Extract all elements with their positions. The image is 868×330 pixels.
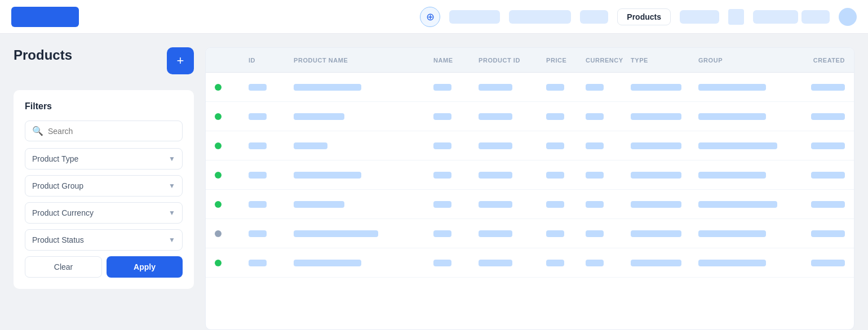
status-dot-green	[215, 113, 222, 120]
col-product-name: PRODUCT NAME	[294, 57, 433, 64]
currency-skeleton	[586, 84, 604, 91]
product-name-skeleton	[294, 84, 361, 91]
type-skeleton	[631, 201, 681, 208]
name-skeleton	[433, 142, 451, 149]
filter-buttons: Clear Apply	[25, 256, 183, 278]
created-skeleton	[811, 84, 845, 91]
table-row[interactable]	[206, 248, 854, 278]
status-dot-green	[215, 260, 222, 266]
add-product-button[interactable]: +	[167, 47, 194, 74]
col-currency: CURRENCY	[586, 57, 631, 64]
col-price: PRICE	[546, 57, 586, 64]
price-skeleton	[546, 172, 564, 179]
product-currency-dropdown[interactable]: Product Currency ▼	[25, 202, 183, 224]
product-id-skeleton	[479, 201, 512, 208]
top-navigation: ⊕ Products	[0, 0, 868, 34]
price-skeleton	[546, 84, 564, 91]
col-created: CREATED	[777, 57, 845, 64]
nav-logo[interactable]	[11, 7, 79, 27]
id-skeleton	[249, 260, 267, 266]
chevron-down-icon: ▼	[169, 182, 175, 190]
product-name-skeleton	[294, 142, 327, 149]
product-type-dropdown[interactable]: Product Type ▼	[25, 148, 183, 170]
type-skeleton	[631, 230, 681, 237]
name-skeleton	[433, 84, 451, 91]
type-skeleton	[631, 260, 681, 266]
price-skeleton	[546, 260, 564, 266]
clear-button[interactable]: Clear	[25, 256, 102, 278]
name-skeleton	[433, 172, 451, 179]
status-dot-green	[215, 142, 222, 149]
product-status-dropdown[interactable]: Product Status ▼	[25, 229, 183, 251]
table-row[interactable]	[206, 73, 854, 102]
apply-button[interactable]: Apply	[107, 256, 183, 278]
nav-avatar[interactable]	[839, 8, 857, 26]
currency-skeleton	[586, 201, 604, 208]
price-skeleton	[546, 142, 564, 149]
nav-group-pill-1[interactable]	[753, 10, 798, 24]
chevron-down-icon: ▼	[169, 236, 175, 244]
product-type-label: Product Type	[32, 154, 78, 163]
product-name-skeleton	[294, 113, 344, 120]
nav-icon-square[interactable]	[728, 9, 744, 25]
table-row[interactable]	[206, 131, 854, 160]
search-input[interactable]	[48, 127, 175, 136]
created-skeleton	[811, 142, 845, 149]
currency-skeleton	[586, 260, 604, 266]
created-skeleton	[811, 260, 845, 266]
id-skeleton	[249, 84, 267, 91]
product-status-label: Product Status	[32, 235, 84, 244]
id-skeleton	[249, 201, 267, 208]
nav-item-3[interactable]	[580, 10, 608, 24]
col-name: NAME	[433, 57, 479, 64]
nav-item-2[interactable]	[509, 10, 571, 24]
status-dot-green	[215, 201, 222, 208]
page-header: Products +	[14, 47, 194, 77]
id-skeleton	[249, 113, 267, 120]
table-row[interactable]	[206, 190, 854, 219]
nav-add-button[interactable]: ⊕	[420, 7, 440, 27]
chevron-down-icon: ▼	[169, 209, 175, 217]
nav-item-1[interactable]	[449, 10, 500, 24]
product-id-skeleton	[479, 142, 512, 149]
currency-skeleton	[586, 142, 604, 149]
type-skeleton	[631, 172, 681, 179]
group-skeleton	[698, 201, 777, 208]
nav-active-tab[interactable]: Products	[617, 8, 671, 25]
nav-item-4[interactable]	[680, 10, 719, 24]
filters-title: Filters	[25, 101, 183, 112]
name-skeleton	[433, 230, 451, 237]
product-id-skeleton	[479, 113, 512, 120]
col-product-id: PRODUCT ID	[479, 57, 546, 64]
price-skeleton	[546, 201, 564, 208]
status-dot-gray	[215, 230, 222, 237]
sidebar: Products + Filters 🔍 Product Type ▼ Prod…	[14, 47, 194, 330]
currency-skeleton	[586, 172, 604, 179]
type-skeleton	[631, 142, 681, 149]
product-id-skeleton	[479, 172, 512, 179]
table-row[interactable]	[206, 219, 854, 248]
table-row[interactable]	[206, 102, 854, 131]
group-skeleton	[698, 84, 766, 91]
type-skeleton	[631, 84, 681, 91]
group-skeleton	[698, 113, 766, 120]
created-skeleton	[811, 113, 845, 120]
nav-group-pill-2[interactable]	[801, 10, 830, 24]
group-skeleton	[698, 172, 766, 179]
product-name-skeleton	[294, 230, 378, 237]
product-id-skeleton	[479, 230, 512, 237]
product-name-skeleton	[294, 201, 344, 208]
product-id-skeleton	[479, 260, 512, 266]
table-row[interactable]	[206, 160, 854, 190]
id-skeleton	[249, 172, 267, 179]
group-skeleton	[698, 230, 766, 237]
group-skeleton	[698, 260, 766, 266]
page-title: Products	[14, 47, 72, 63]
name-skeleton	[433, 201, 451, 208]
status-dot-green	[215, 84, 222, 91]
search-box[interactable]: 🔍	[25, 121, 183, 141]
product-name-skeleton	[294, 172, 361, 179]
product-group-dropdown[interactable]: Product Group ▼	[25, 175, 183, 197]
main-content: Products + Filters 🔍 Product Type ▼ Prod…	[0, 34, 868, 330]
col-group: GROUP	[698, 57, 777, 64]
